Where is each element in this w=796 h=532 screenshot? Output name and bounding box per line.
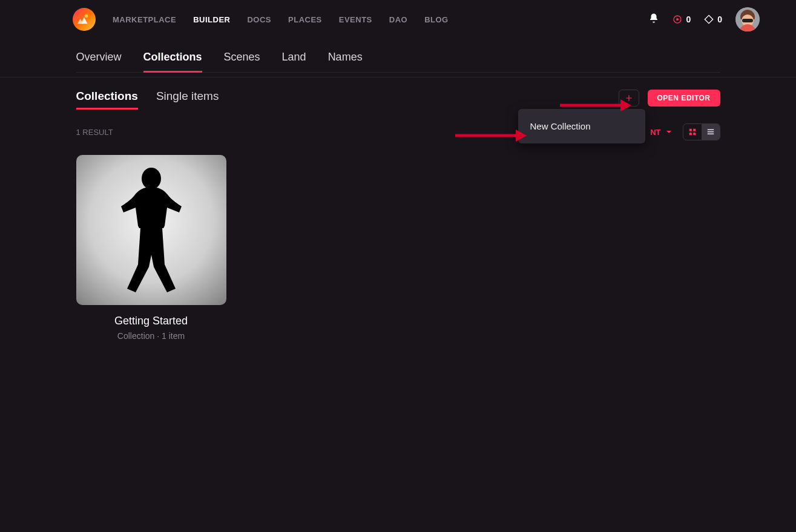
open-editor-button[interactable]: OPEN EDITOR [648, 90, 720, 107]
subtab-collections[interactable]: Collections [76, 90, 138, 109]
svg-rect-12 [707, 129, 714, 130]
subtabs: Collections Single items [76, 90, 219, 109]
plus-icon [625, 94, 633, 102]
view-toggle [683, 123, 720, 140]
token-mana[interactable]: 0 [673, 15, 691, 24]
nav-places[interactable]: PLACES [288, 15, 322, 24]
token-poly-value: 0 [717, 15, 722, 24]
svg-rect-11 [693, 133, 696, 135]
tab-collections[interactable]: Collections [143, 51, 202, 72]
add-button[interactable] [619, 90, 639, 107]
add-dropdown: New Collection [518, 109, 645, 143]
topbar: MARKETPLACE BUILDER DOCS PLACES EVENTS D… [0, 0, 796, 39]
svg-rect-13 [707, 131, 714, 133]
mannequin-icon [109, 166, 194, 294]
nav-docs[interactable]: DOCS [247, 15, 271, 24]
filter-row: Collections Single items OPEN EDITOR New… [76, 90, 720, 109]
nav-marketplace[interactable]: MARKETPLACE [113, 15, 176, 24]
avatar[interactable] [735, 7, 760, 31]
topbar-left: MARKETPLACE BUILDER DOCS PLACES EVENTS D… [0, 8, 449, 31]
svg-point-4 [676, 18, 679, 21]
svg-rect-7 [742, 19, 753, 22]
tab-names[interactable]: Names [328, 51, 363, 72]
token-mana-value: 0 [686, 15, 691, 24]
sort-label: NT [650, 128, 660, 137]
results-count: 1 RESULT [76, 128, 113, 137]
view-list[interactable] [702, 124, 720, 140]
svg-point-15 [142, 168, 161, 189]
results-right-controls: NT [650, 123, 720, 140]
subtab-single-items[interactable]: Single items [156, 90, 219, 109]
tab-land[interactable]: Land [282, 51, 306, 72]
collection-subtitle: Collection · 1 item [76, 331, 226, 341]
bell-icon[interactable] [648, 13, 659, 26]
svg-rect-9 [693, 129, 696, 131]
token-poly[interactable]: 0 [704, 15, 722, 24]
svg-rect-10 [689, 133, 691, 135]
tab-scenes[interactable]: Scenes [224, 51, 260, 72]
list-icon [706, 128, 715, 136]
sort-dropdown[interactable]: NT [650, 128, 671, 137]
collection-thumb [76, 155, 226, 305]
logo[interactable] [73, 8, 96, 31]
svg-rect-14 [707, 133, 714, 134]
nav-builder[interactable]: BUILDER [193, 15, 230, 24]
collection-card[interactable]: Getting Started Collection · 1 item [76, 155, 226, 341]
collections-grid: Getting Started Collection · 1 item [76, 155, 720, 341]
dropdown-new-collection[interactable]: New Collection [518, 120, 645, 133]
action-buttons: OPEN EDITOR [619, 90, 720, 107]
chevron-down-icon [666, 129, 672, 135]
logo-icon [77, 13, 91, 26]
tabs-divider [0, 77, 796, 77]
svg-rect-8 [689, 129, 691, 131]
nav-events[interactable]: EVENTS [339, 15, 372, 24]
tab-overview[interactable]: Overview [76, 51, 122, 72]
main-section: Overview Collections Scenes Land Names C… [71, 39, 725, 341]
svg-point-0 [85, 15, 88, 18]
nav-dao[interactable]: DAO [389, 15, 407, 24]
builder-tabs: Overview Collections Scenes Land Names [76, 39, 720, 73]
grid-icon [688, 128, 697, 136]
nav-blog[interactable]: BLOG [424, 15, 449, 24]
topbar-right: 0 0 [648, 7, 760, 31]
view-grid[interactable] [683, 124, 702, 140]
collection-title: Getting Started [76, 315, 226, 327]
